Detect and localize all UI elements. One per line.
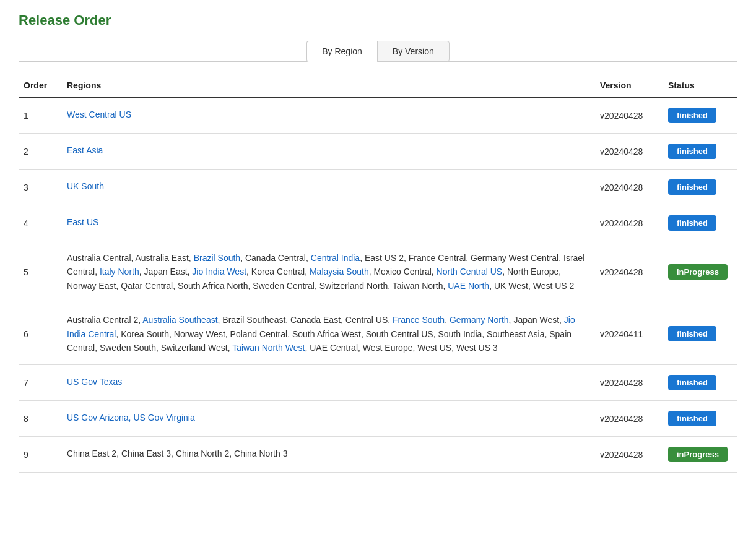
- cell-regions: UK South: [62, 170, 595, 205]
- cell-regions: East Asia: [62, 134, 595, 170]
- cell-order: 2: [19, 134, 62, 170]
- table-row: 1West Central USv20240428finished: [19, 97, 737, 134]
- page-title: Release Order: [19, 12, 737, 28]
- table-row: 3UK Southv20240428finished: [19, 170, 737, 205]
- status-badge: finished: [668, 144, 716, 159]
- region-link[interactable]: US Gov Arizona: [67, 413, 129, 423]
- region-link[interactable]: , US Gov Virginia: [129, 413, 195, 423]
- status-badge: finished: [668, 108, 716, 123]
- region-link[interactable]: US Gov Texas: [67, 377, 122, 387]
- col-status: Status: [663, 74, 737, 97]
- cell-order: 7: [19, 365, 62, 401]
- cell-order: 4: [19, 205, 62, 241]
- table-row: 9China East 2, China East 3, China North…: [19, 437, 737, 473]
- cell-regions: China East 2, China East 3, China North …: [62, 437, 595, 473]
- cell-version: v20240411: [595, 303, 663, 365]
- cell-status: finished: [663, 134, 737, 170]
- cell-status: finished: [663, 170, 737, 205]
- cell-regions: Australia Central 2, Australia Southeast…: [62, 303, 595, 365]
- cell-version: v20240428: [595, 437, 663, 473]
- cell-status: finished: [663, 303, 737, 365]
- cell-regions: US Gov Arizona, US Gov Virginia: [62, 401, 595, 437]
- cell-regions: US Gov Texas: [62, 365, 595, 401]
- status-badge: inProgress: [668, 264, 728, 280]
- cell-version: v20240428: [595, 205, 663, 241]
- cell-version: v20240428: [595, 97, 663, 134]
- region-link[interactable]: East US: [67, 217, 98, 227]
- table-row: 8US Gov Arizona, US Gov Virginiav2024042…: [19, 401, 737, 437]
- table-row: 7US Gov Texasv20240428finished: [19, 365, 737, 401]
- table-row: 5Australia Central, Australia East, Braz…: [19, 241, 737, 303]
- tab-by-region[interactable]: By Region: [306, 41, 377, 62]
- cell-status: inProgress: [663, 241, 737, 303]
- table-row: 6Australia Central 2, Australia Southeas…: [19, 303, 737, 365]
- release-order-table: Order Regions Version Status 1West Centr…: [19, 74, 737, 473]
- cell-order: 6: [19, 303, 62, 365]
- cell-order: 3: [19, 170, 62, 205]
- cell-version: v20240428: [595, 134, 663, 170]
- cell-regions: East US: [62, 205, 595, 241]
- cell-version: v20240428: [595, 170, 663, 205]
- col-regions: Regions: [62, 74, 595, 97]
- cell-order: 8: [19, 401, 62, 437]
- cell-regions: Australia Central, Australia East, Brazi…: [62, 241, 595, 303]
- status-badge: finished: [668, 326, 716, 341]
- cell-status: finished: [663, 97, 737, 134]
- cell-regions: West Central US: [62, 97, 595, 134]
- cell-version: v20240428: [595, 365, 663, 401]
- cell-order: 1: [19, 97, 62, 134]
- status-badge: finished: [668, 215, 716, 231]
- table-header-row: Order Regions Version Status: [19, 74, 737, 97]
- region-link[interactable]: East Asia: [67, 145, 103, 155]
- cell-status: finished: [663, 205, 737, 241]
- status-badge: inProgress: [668, 447, 728, 462]
- cell-status: finished: [663, 365, 737, 401]
- region-link[interactable]: UK South: [67, 181, 104, 191]
- status-badge: finished: [668, 375, 716, 390]
- region-link[interactable]: West Central US: [67, 109, 131, 119]
- cell-status: inProgress: [663, 437, 737, 473]
- cell-version: v20240428: [595, 241, 663, 303]
- status-badge: finished: [668, 411, 716, 426]
- table-row: 2East Asiav20240428finished: [19, 134, 737, 170]
- cell-status: finished: [663, 401, 737, 437]
- tabs-container: By Region By Version: [19, 41, 737, 62]
- col-version: Version: [595, 74, 663, 97]
- cell-order: 9: [19, 437, 62, 473]
- cell-version: v20240428: [595, 401, 663, 437]
- table-row: 4East USv20240428finished: [19, 205, 737, 241]
- status-badge: finished: [668, 179, 716, 195]
- cell-order: 5: [19, 241, 62, 303]
- col-order: Order: [19, 74, 62, 97]
- tab-by-version[interactable]: By Version: [377, 41, 450, 62]
